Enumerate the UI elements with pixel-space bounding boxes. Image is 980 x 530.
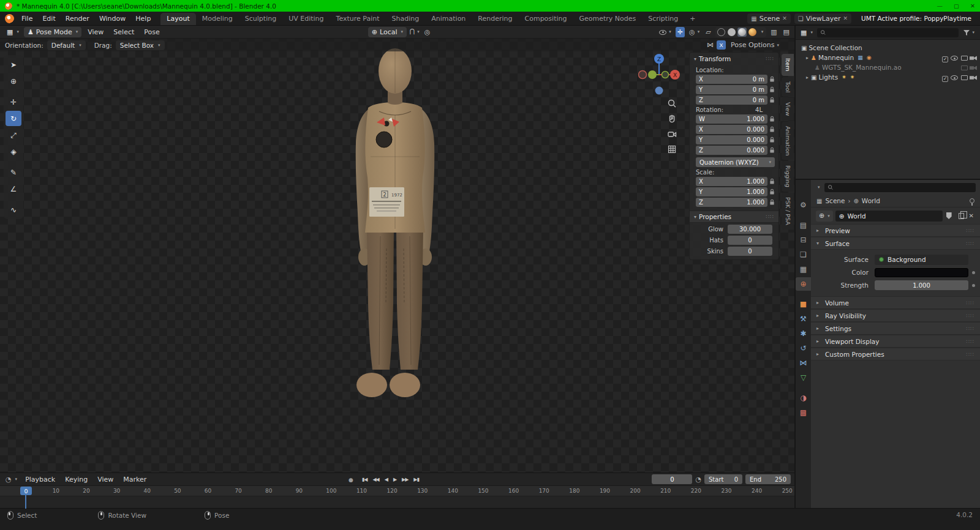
surface-shader-dropdown[interactable]: Background [875, 255, 968, 265]
ptab-world[interactable]: ⊕ [796, 277, 811, 291]
expand-icon[interactable]: ▸ [804, 75, 810, 80]
ptab-texture[interactable]: ▩ [796, 406, 811, 419]
lock-icon[interactable] [769, 147, 775, 154]
filter-dropdown[interactable]: ▾ [962, 29, 976, 37]
color-swatch[interactable] [875, 268, 968, 277]
xray-toggle[interactable]: ▱ [704, 27, 712, 37]
tab-layout[interactable]: Layout [160, 13, 195, 25]
hide-eye-icon[interactable] [951, 75, 958, 80]
ntab-item[interactable]: Item [782, 54, 794, 76]
property-value-field[interactable]: 0 [728, 236, 772, 245]
timeline-body[interactable]: 0102030405060708090100110120130140150160… [0, 486, 794, 509]
ntab-view[interactable]: View [782, 98, 794, 121]
lock-icon[interactable] [769, 86, 775, 93]
selectable-checkbox[interactable]: ✓ [942, 76, 948, 82]
property-value-field[interactable]: 30.000 [728, 225, 772, 234]
visibility-dropdown[interactable]: ▾ [657, 28, 673, 36]
properties-search-input[interactable] [835, 184, 973, 191]
pin-icon[interactable] [970, 198, 974, 203]
maximize-button[interactable]: ▢ [954, 2, 959, 9]
panel-settings[interactable]: ▸ Settings ∷∷ [811, 322, 980, 335]
playhead[interactable]: 0 [20, 487, 32, 495]
properties-subpanel-header[interactable]: ▾ Properties ∷∷ [690, 211, 778, 223]
navigation-gizmo[interactable]: Z X [636, 53, 682, 102]
toggle-toolbar-region-button[interactable]: ▤ [782, 27, 791, 37]
properties-search[interactable] [824, 183, 976, 192]
menu-file[interactable]: File [17, 15, 37, 23]
proportional-editing-toggle[interactable]: ◎ [423, 27, 432, 37]
animate-strength-button[interactable] [971, 284, 976, 287]
camera-view-icon[interactable] [666, 129, 677, 140]
disable-render-icon[interactable] [970, 65, 977, 70]
hide-eye-icon[interactable] [951, 56, 958, 61]
ntab-tool[interactable]: Tool [782, 77, 794, 97]
panel-viewport-display[interactable]: ▸ Viewport Display ∷∷ [811, 335, 980, 348]
transform-orientation-dropdown[interactable]: ⊕ Local ▾ [368, 27, 407, 37]
add-workspace-button[interactable]: + [684, 15, 701, 23]
menu-marker[interactable]: Marker [118, 476, 151, 483]
rotation-number-field[interactable]: Z 0.000 [696, 146, 767, 155]
ptab-constraints[interactable]: ⋈ [796, 356, 811, 370]
menu-edit[interactable]: Edit [37, 15, 60, 23]
jump-to-end-button[interactable]: ▶▮ [412, 476, 421, 483]
lock-icon[interactable] [769, 136, 775, 143]
outliner-display-mode-dropdown[interactable]: ▦ ▾ [799, 28, 814, 38]
menu-render[interactable]: Render [61, 15, 94, 23]
tab-modeling[interactable]: Modeling [196, 13, 239, 25]
breadcrumb-world[interactable]: World [862, 197, 880, 204]
unlink-scene-icon[interactable]: ✕ [782, 15, 787, 21]
snapping-toggle[interactable]: ⋃ ▾ [408, 28, 421, 37]
scale-number-field[interactable]: Z 1.000 [696, 198, 767, 207]
lock-icon[interactable] [769, 178, 775, 185]
ptab-object[interactable]: ■ [796, 297, 811, 311]
menu-pose[interactable]: Pose [139, 28, 164, 36]
menu-select[interactable]: Select [108, 28, 139, 36]
auto-keying-toggle[interactable]: ● [347, 476, 355, 484]
strength-field[interactable]: 1.000 [875, 280, 968, 290]
panel-custom-properties[interactable]: ▸ Custom Properties ∷∷ [811, 348, 980, 360]
ntab-animation[interactable]: Animation [782, 122, 794, 160]
rotation-number-field[interactable]: X 0.000 [696, 125, 767, 134]
tab-uv-editing[interactable]: UV Editing [282, 13, 330, 25]
tab-texture-paint[interactable]: Texture Paint [330, 13, 386, 25]
panel-surface[interactable]: ▾ Surface ∷∷ [811, 237, 980, 250]
tool-move[interactable]: ✛ [6, 94, 21, 110]
properties-filter-dropdown[interactable]: ▾ [815, 182, 821, 193]
toggle-orthographic-icon[interactable] [666, 144, 677, 155]
selectable-checkbox[interactable]: ✓ [942, 56, 948, 62]
outliner-row-lights[interactable]: ▸ ▣ Lights ✷ ✷ ✓ [796, 72, 980, 82]
x-axis-mirror-toggle[interactable]: X [717, 40, 726, 50]
show-gizmos-toggle[interactable]: ✛ [676, 27, 685, 37]
tool-rotate[interactable]: ↻ [6, 111, 21, 126]
tab-compositing[interactable]: Compositing [519, 13, 573, 25]
menu-timeline-view[interactable]: View [92, 476, 118, 483]
timeline-ruler[interactable]: 0102030405060708090100110120130140150160… [0, 486, 794, 496]
transform-panel-header[interactable]: ▾ Transform ∷∷ [690, 53, 778, 65]
scene-selector[interactable]: ▦ Scene ✕ [747, 13, 791, 24]
ptab-material[interactable]: ◑ [796, 391, 811, 405]
property-value-field[interactable]: 0 [728, 247, 772, 256]
menu-playback[interactable]: Playback [20, 476, 60, 483]
ptab-modifiers[interactable]: ⚒ [796, 312, 811, 326]
lock-icon[interactable] [769, 116, 775, 122]
ptab-physics[interactable]: ↺ [796, 342, 811, 355]
tool-cursor[interactable]: ⊕ [6, 73, 21, 89]
scale-number-field[interactable]: Y 1.000 [696, 187, 767, 196]
lock-icon[interactable] [769, 97, 775, 103]
ntab-psk-psa[interactable]: PSK / PSA [782, 193, 794, 230]
pan-hand-icon[interactable] [666, 113, 677, 124]
shading-rendered-button[interactable] [748, 28, 757, 37]
outliner-row-scene-collection[interactable]: ▣ Scene Collection [796, 43, 980, 53]
new-world-button[interactable] [956, 212, 965, 220]
play-button[interactable]: ▶ [391, 476, 398, 483]
menu-view[interactable]: View [83, 28, 108, 36]
shading-wireframe-button[interactable] [717, 28, 726, 37]
drag-setting-dropdown[interactable]: Select Box ▾ [116, 40, 165, 50]
next-keyframe-button[interactable]: ▶▶ [400, 476, 410, 483]
lock-icon[interactable] [769, 199, 775, 206]
tool-transform[interactable]: ◈ [6, 144, 21, 159]
frame-end-field[interactable]: End 250 [745, 474, 791, 484]
fake-user-button[interactable] [945, 212, 953, 220]
tab-scripting[interactable]: Scripting [642, 13, 684, 25]
zoom-icon[interactable] [666, 98, 677, 109]
